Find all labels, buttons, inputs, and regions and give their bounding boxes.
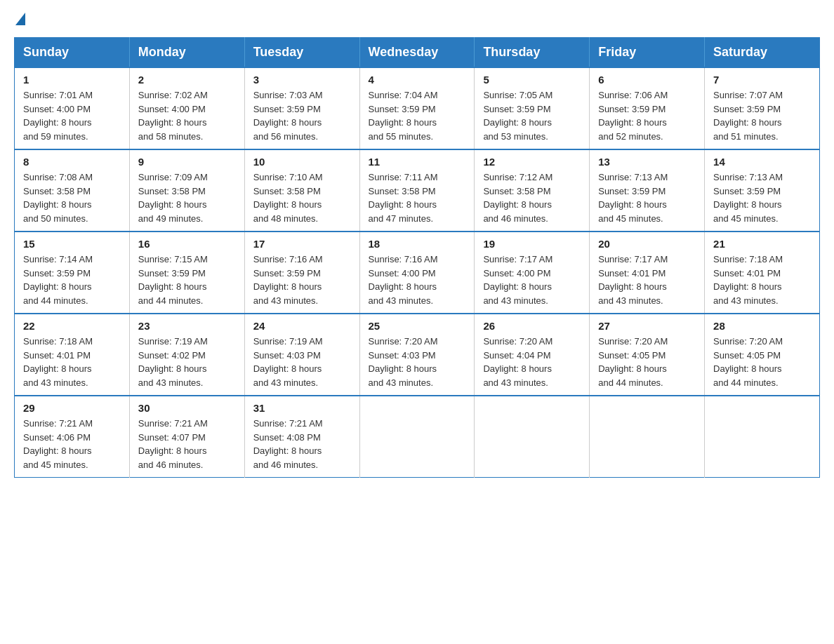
page-header <box>14 14 820 23</box>
day-info: Sunrise: 7:19 AMSunset: 4:02 PMDaylight:… <box>138 336 208 388</box>
day-number: 16 <box>138 238 236 250</box>
day-info: Sunrise: 7:09 AMSunset: 3:58 PMDaylight:… <box>138 172 208 224</box>
logo-triangle-icon <box>15 13 25 25</box>
day-info: Sunrise: 7:18 AMSunset: 4:01 PMDaylight:… <box>713 254 783 306</box>
calendar-cell <box>590 396 705 478</box>
calendar-cell <box>705 396 820 478</box>
calendar-week-2: 8 Sunrise: 7:08 AMSunset: 3:58 PMDayligh… <box>15 149 820 232</box>
day-info: Sunrise: 7:04 AMSunset: 3:59 PMDaylight:… <box>369 90 438 142</box>
day-number: 2 <box>138 74 236 86</box>
calendar-cell: 18 Sunrise: 7:16 AMSunset: 4:00 PMDaylig… <box>359 232 475 314</box>
weekday-header-sunday: Sunday <box>15 38 130 68</box>
day-number: 24 <box>253 320 351 332</box>
day-info: Sunrise: 7:07 AMSunset: 3:59 PMDaylight:… <box>713 90 783 142</box>
day-number: 23 <box>138 320 236 332</box>
calendar-cell: 29 Sunrise: 7:21 AMSunset: 4:06 PMDaylig… <box>15 396 130 478</box>
day-number: 18 <box>369 238 466 250</box>
calendar-cell: 8 Sunrise: 7:08 AMSunset: 3:58 PMDayligh… <box>15 149 130 232</box>
calendar-cell: 30 Sunrise: 7:21 AMSunset: 4:07 PMDaylig… <box>129 396 244 478</box>
day-info: Sunrise: 7:17 AMSunset: 4:00 PMDaylight:… <box>483 254 552 306</box>
day-number: 31 <box>253 402 351 414</box>
calendar-cell: 9 Sunrise: 7:09 AMSunset: 3:58 PMDayligh… <box>129 149 244 232</box>
day-info: Sunrise: 7:21 AMSunset: 4:06 PMDaylight:… <box>23 418 93 470</box>
day-number: 3 <box>253 74 351 86</box>
calendar-cell: 1 Sunrise: 7:01 AMSunset: 4:00 PMDayligh… <box>15 67 130 149</box>
day-number: 13 <box>598 156 696 168</box>
day-info: Sunrise: 7:03 AMSunset: 3:59 PMDaylight:… <box>253 90 323 142</box>
calendar-cell: 7 Sunrise: 7:07 AMSunset: 3:59 PMDayligh… <box>705 67 820 149</box>
calendar-cell: 2 Sunrise: 7:02 AMSunset: 4:00 PMDayligh… <box>129 67 244 149</box>
day-number: 14 <box>713 156 811 168</box>
calendar-table: SundayMondayTuesdayWednesdayThursdayFrid… <box>14 37 820 478</box>
day-info: Sunrise: 7:01 AMSunset: 4:00 PMDaylight:… <box>23 90 93 142</box>
calendar-cell: 10 Sunrise: 7:10 AMSunset: 3:58 PMDaylig… <box>244 149 359 232</box>
calendar-cell: 13 Sunrise: 7:13 AMSunset: 3:59 PMDaylig… <box>590 149 705 232</box>
day-info: Sunrise: 7:21 AMSunset: 4:07 PMDaylight:… <box>138 418 208 470</box>
day-number: 5 <box>483 74 581 86</box>
calendar-cell: 28 Sunrise: 7:20 AMSunset: 4:05 PMDaylig… <box>705 314 820 396</box>
weekday-header-friday: Friday <box>590 38 705 68</box>
calendar-cell: 5 Sunrise: 7:05 AMSunset: 3:59 PMDayligh… <box>475 67 590 149</box>
calendar-cell: 6 Sunrise: 7:06 AMSunset: 3:59 PMDayligh… <box>590 67 705 149</box>
day-number: 1 <box>23 74 121 86</box>
calendar-cell: 23 Sunrise: 7:19 AMSunset: 4:02 PMDaylig… <box>129 314 244 396</box>
day-info: Sunrise: 7:13 AMSunset: 3:59 PMDaylight:… <box>713 172 783 224</box>
calendar-cell: 25 Sunrise: 7:20 AMSunset: 4:03 PMDaylig… <box>359 314 475 396</box>
weekday-header-thursday: Thursday <box>475 38 590 68</box>
calendar-cell: 24 Sunrise: 7:19 AMSunset: 4:03 PMDaylig… <box>244 314 359 396</box>
weekday-header-saturday: Saturday <box>705 38 820 68</box>
day-info: Sunrise: 7:08 AMSunset: 3:58 PMDaylight:… <box>23 172 93 224</box>
calendar-cell: 20 Sunrise: 7:17 AMSunset: 4:01 PMDaylig… <box>590 232 705 314</box>
calendar-cell: 12 Sunrise: 7:12 AMSunset: 3:58 PMDaylig… <box>475 149 590 232</box>
day-number: 8 <box>23 156 121 168</box>
day-number: 11 <box>369 156 466 168</box>
calendar-week-4: 22 Sunrise: 7:18 AMSunset: 4:01 PMDaylig… <box>15 314 820 396</box>
day-info: Sunrise: 7:16 AMSunset: 4:00 PMDaylight:… <box>369 254 438 306</box>
day-number: 28 <box>713 320 811 332</box>
calendar-cell: 31 Sunrise: 7:21 AMSunset: 4:08 PMDaylig… <box>244 396 359 478</box>
calendar-cell: 11 Sunrise: 7:11 AMSunset: 3:58 PMDaylig… <box>359 149 475 232</box>
day-number: 29 <box>23 402 121 414</box>
logo <box>14 14 27 23</box>
day-info: Sunrise: 7:17 AMSunset: 4:01 PMDaylight:… <box>598 254 668 306</box>
calendar-cell: 3 Sunrise: 7:03 AMSunset: 3:59 PMDayligh… <box>244 67 359 149</box>
weekday-header-wednesday: Wednesday <box>359 38 475 68</box>
calendar-week-5: 29 Sunrise: 7:21 AMSunset: 4:06 PMDaylig… <box>15 396 820 478</box>
day-number: 22 <box>23 320 121 332</box>
day-info: Sunrise: 7:13 AMSunset: 3:59 PMDaylight:… <box>598 172 668 224</box>
day-number: 12 <box>483 156 581 168</box>
day-info: Sunrise: 7:20 AMSunset: 4:03 PMDaylight:… <box>369 336 438 388</box>
day-info: Sunrise: 7:21 AMSunset: 4:08 PMDaylight:… <box>253 418 323 470</box>
day-info: Sunrise: 7:06 AMSunset: 3:59 PMDaylight:… <box>598 90 668 142</box>
day-info: Sunrise: 7:20 AMSunset: 4:05 PMDaylight:… <box>713 336 783 388</box>
day-number: 10 <box>253 156 351 168</box>
calendar-cell: 22 Sunrise: 7:18 AMSunset: 4:01 PMDaylig… <box>15 314 130 396</box>
calendar-header-row: SundayMondayTuesdayWednesdayThursdayFrid… <box>15 38 820 68</box>
day-info: Sunrise: 7:05 AMSunset: 3:59 PMDaylight:… <box>483 90 552 142</box>
day-number: 19 <box>483 238 581 250</box>
day-info: Sunrise: 7:20 AMSunset: 4:05 PMDaylight:… <box>598 336 668 388</box>
day-number: 30 <box>138 402 236 414</box>
day-number: 25 <box>369 320 466 332</box>
calendar-cell: 26 Sunrise: 7:20 AMSunset: 4:04 PMDaylig… <box>475 314 590 396</box>
day-info: Sunrise: 7:16 AMSunset: 3:59 PMDaylight:… <box>253 254 323 306</box>
day-number: 20 <box>598 238 696 250</box>
day-info: Sunrise: 7:19 AMSunset: 4:03 PMDaylight:… <box>253 336 323 388</box>
day-number: 7 <box>713 74 811 86</box>
calendar-week-3: 15 Sunrise: 7:14 AMSunset: 3:59 PMDaylig… <box>15 232 820 314</box>
day-number: 26 <box>483 320 581 332</box>
calendar-cell: 21 Sunrise: 7:18 AMSunset: 4:01 PMDaylig… <box>705 232 820 314</box>
day-number: 27 <box>598 320 696 332</box>
day-info: Sunrise: 7:14 AMSunset: 3:59 PMDaylight:… <box>23 254 93 306</box>
day-number: 17 <box>253 238 351 250</box>
day-info: Sunrise: 7:02 AMSunset: 4:00 PMDaylight:… <box>138 90 208 142</box>
calendar-cell: 15 Sunrise: 7:14 AMSunset: 3:59 PMDaylig… <box>15 232 130 314</box>
calendar-cell: 17 Sunrise: 7:16 AMSunset: 3:59 PMDaylig… <box>244 232 359 314</box>
weekday-header-tuesday: Tuesday <box>244 38 359 68</box>
day-info: Sunrise: 7:10 AMSunset: 3:58 PMDaylight:… <box>253 172 323 224</box>
day-info: Sunrise: 7:11 AMSunset: 3:58 PMDaylight:… <box>369 172 438 224</box>
day-info: Sunrise: 7:12 AMSunset: 3:58 PMDaylight:… <box>483 172 552 224</box>
calendar-week-1: 1 Sunrise: 7:01 AMSunset: 4:00 PMDayligh… <box>15 67 820 149</box>
day-number: 4 <box>369 74 466 86</box>
calendar-cell <box>359 396 475 478</box>
